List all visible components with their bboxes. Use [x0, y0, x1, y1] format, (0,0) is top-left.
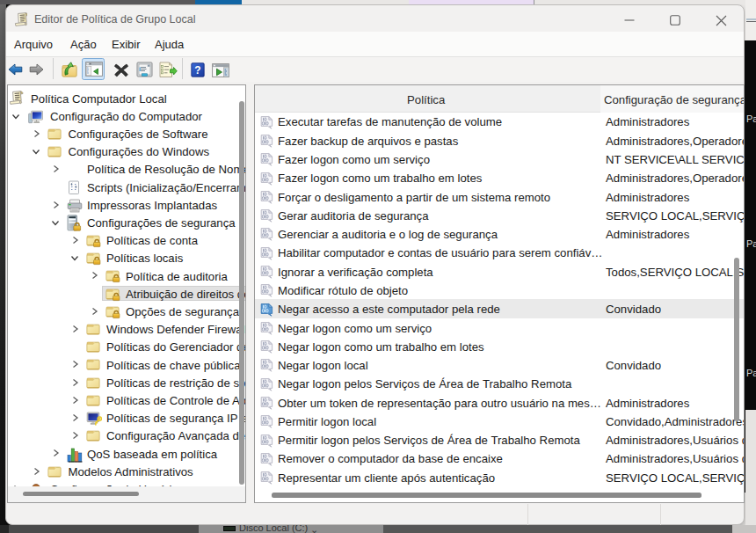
- svg-text:?: ?: [194, 64, 200, 77]
